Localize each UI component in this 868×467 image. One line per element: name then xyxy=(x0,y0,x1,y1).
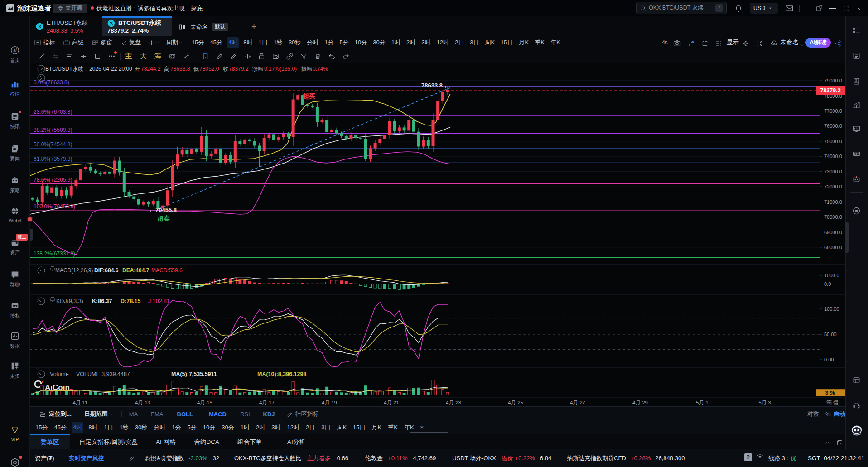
svg-text:3.9k: 3.9k xyxy=(825,390,836,395)
svg-text:100.0%(70455.8): 100.0%(70455.8) xyxy=(34,203,75,210)
svg-text:70000.0: 70000.0 xyxy=(824,214,842,220)
svg-text:77000.0: 77000.0 xyxy=(824,108,842,114)
svg-text:开: 开 xyxy=(135,66,140,72)
svg-text:78633.8: 78633.8 xyxy=(421,82,443,89)
svg-text:DEA:404.7: DEA:404.7 xyxy=(122,267,149,274)
svg-text:78633.8: 78633.8 xyxy=(170,66,190,72)
svg-text:涨幅: 涨幅 xyxy=(252,66,263,72)
svg-text:MA(10):8,396.1298: MA(10):8,396.1298 xyxy=(257,371,306,377)
svg-text:72000.0: 72000.0 xyxy=(824,184,842,189)
svg-text:50.00: 50.00 xyxy=(824,332,837,337)
svg-text:74000.0: 74000.0 xyxy=(824,154,842,159)
svg-text:79000.0: 79000.0 xyxy=(824,78,842,83)
svg-text:50.0%(74544.8): 50.0%(74544.8) xyxy=(34,141,72,148)
svg-text:0.00: 0.00 xyxy=(824,357,834,362)
svg-text:78.6%(72205.9): 78.6%(72205.9) xyxy=(34,177,72,183)
svg-text:61.8%(73579.8): 61.8%(73579.8) xyxy=(34,156,72,162)
svg-text:76000.0: 76000.0 xyxy=(824,123,842,129)
svg-text:73000.0: 73000.0 xyxy=(824,169,842,174)
svg-text:1000.0: 1000.0 xyxy=(824,273,839,278)
svg-text:筠 爆: 筠 爆 xyxy=(826,400,839,406)
svg-text:Volume: Volume xyxy=(50,371,69,377)
svg-text:MACD:559.6: MACD:559.6 xyxy=(151,267,183,274)
svg-text:VOLUME:3,939.4487: VOLUME:3,939.4487 xyxy=(76,371,130,377)
svg-text:›: › xyxy=(445,84,447,89)
svg-text:收: 收 xyxy=(223,66,228,72)
svg-text:超卖: 超卖 xyxy=(157,215,170,222)
svg-text:低: 低 xyxy=(193,66,199,72)
svg-text:2026-04-22 20:00: 2026-04-22 20:00 xyxy=(89,66,132,72)
svg-text:4月 13: 4月 13 xyxy=(135,400,150,405)
svg-text:KDJ(9,3,3): KDJ(9,3,3) xyxy=(56,298,83,304)
svg-text:5月 1: 5月 1 xyxy=(696,400,709,405)
svg-text:4月 19: 4月 19 xyxy=(322,400,337,405)
svg-text:0.0%(78633.8): 0.0%(78633.8) xyxy=(34,79,69,86)
svg-text:ETF: ETF xyxy=(854,153,859,155)
svg-text:138.2%(67331.8): 138.2%(67331.8) xyxy=(34,250,75,257)
svg-text:MACD(12,26,9): MACD(12,26,9) xyxy=(55,267,93,274)
svg-text:0.74%: 0.74% xyxy=(313,66,328,72)
svg-text:70455.8: 70455.8 xyxy=(155,207,177,213)
svg-text:69000.0: 69000.0 xyxy=(824,230,842,235)
svg-text:78244.2: 78244.2 xyxy=(141,66,161,72)
svg-text:4月 11: 4月 11 xyxy=(72,400,87,405)
svg-text:K:86.37: K:86.37 xyxy=(92,298,112,304)
svg-text:MA(5):7,535.5911: MA(5):7,535.5911 xyxy=(171,371,217,377)
svg-text:5月 3: 5月 3 xyxy=(758,400,771,405)
svg-text:4月 21: 4月 21 xyxy=(384,400,399,405)
svg-text:4月 15: 4月 15 xyxy=(197,400,212,405)
svg-text:78379.2: 78379.2 xyxy=(229,66,249,72)
svg-text:23.6%(76703.8): 23.6%(76703.8) xyxy=(34,109,72,115)
svg-text:ai: ai xyxy=(14,48,17,53)
svg-text:75000.0: 75000.0 xyxy=(824,139,842,144)
svg-text:4月 17: 4月 17 xyxy=(259,400,275,405)
svg-text:振幅: 振幅 xyxy=(301,66,312,72)
svg-text:4月 27: 4月 27 xyxy=(570,400,585,405)
svg-text:DIF:684.6: DIF:684.6 xyxy=(94,267,119,274)
svg-text:D:78.15: D:78.15 xyxy=(121,298,141,304)
svg-text:$: $ xyxy=(855,79,857,82)
svg-text:38.2%(75509.8): 38.2%(75509.8) xyxy=(34,127,72,133)
svg-text:68000.0: 68000.0 xyxy=(824,245,842,250)
svg-text:0.17%(135.0): 0.17%(135.0) xyxy=(264,66,297,72)
svg-text:78379.2: 78379.2 xyxy=(820,87,840,94)
svg-text:4月 25: 4月 25 xyxy=(508,400,523,405)
svg-text:0.0: 0.0 xyxy=(824,281,831,287)
svg-text:4月 29: 4月 29 xyxy=(632,400,648,405)
svg-text:78052.0: 78052.0 xyxy=(199,66,219,72)
svg-text:BTC/USDT永续: BTC/USDT永续 xyxy=(45,66,83,72)
svg-text:100.00: 100.00 xyxy=(824,306,839,312)
svg-text:‹: ‹ xyxy=(150,208,152,213)
svg-text:J:102.81: J:102.81 xyxy=(148,298,170,304)
svg-text:高: 高 xyxy=(164,66,169,72)
svg-text:超买: 超买 xyxy=(302,92,315,100)
svg-text:71000.0: 71000.0 xyxy=(824,199,842,205)
svg-text:4月 23: 4月 23 xyxy=(446,400,461,405)
